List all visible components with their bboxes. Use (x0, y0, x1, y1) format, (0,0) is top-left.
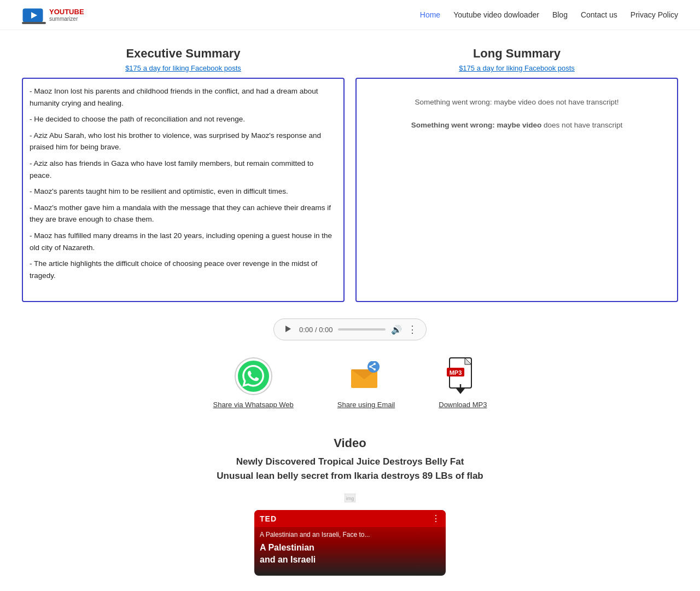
logo: YOUTUBE summarizer (22, 7, 84, 23)
email-share-label[interactable]: Share using Email (337, 401, 395, 409)
video-section-label: Video (22, 436, 678, 450)
svg-text:MP3: MP3 (450, 369, 462, 376)
long-summary-title: Long Summary (355, 47, 678, 61)
executive-summary-box[interactable]: - Maoz Inon lost his parents and childho… (22, 78, 345, 302)
video-section: Video Newly Discovered Tropical Juice De… (0, 436, 700, 576)
audio-more-icon[interactable]: ⋮ (407, 323, 417, 335)
email-icon (348, 361, 384, 391)
whatsapp-share-item[interactable]: Share via Whatsapp Web (213, 357, 294, 409)
nav-downloader[interactable]: Youtube video dowloader (453, 10, 539, 19)
nav-home[interactable]: Home (420, 10, 440, 19)
audio-progress-bar[interactable] (338, 328, 386, 331)
nav-contact[interactable]: Contact us (581, 10, 617, 19)
video-thumbnail-header: TED ⋮ (254, 510, 446, 527)
mp3-icon: MP3 (445, 357, 481, 395)
email-icon-wrap (347, 357, 386, 395)
nav-privacy[interactable]: Privacy Policy (631, 10, 678, 19)
executive-summary-ad[interactable]: $175 a day for liking Facebook posts (22, 64, 345, 72)
nav-blog[interactable]: Blog (552, 10, 568, 19)
executive-summary-title: Executive Summary (22, 47, 345, 61)
long-summary-error2-bold: Something went wrong: maybe video (411, 121, 542, 129)
video-thumbnail-subtitle: A Palestinian and an Israeli, Face to...… (254, 527, 375, 570)
video-thumbnail[interactable]: TED ⋮ A Palestinian and an Israeli, Face… (254, 510, 446, 576)
long-summary-error2-rest: does not have transcript (541, 121, 622, 129)
mp3-download-item[interactable]: MP3 Download MP3 (439, 357, 487, 409)
summaries-container: Executive Summary $175 a day for liking … (22, 47, 678, 302)
logo-sub: summarizer (49, 16, 84, 22)
video-small-image: img (22, 494, 678, 505)
svg-marker-17 (456, 389, 465, 394)
executive-summary-col: Executive Summary $175 a day for liking … (22, 47, 345, 302)
play-button[interactable] (283, 324, 294, 335)
long-summary-error2: Something went wrong: maybe video does n… (363, 119, 670, 131)
share-section: Share via Whatsapp Web (22, 357, 678, 409)
audio-area: 0:00 / 0:00 🔊 ⋮ (22, 318, 678, 340)
logo-brand: YOUTUBE (49, 8, 84, 16)
logo-icon (22, 7, 46, 23)
video-headline: Newly Discovered Tropical Juice Destroys… (22, 455, 678, 483)
svg-text:img: img (346, 496, 354, 501)
mp3-icon-wrap: MP3 (444, 357, 482, 395)
ted-logo: TED (260, 514, 277, 523)
long-summary-error1: Something went wrong: maybe video does n… (363, 96, 670, 108)
volume-icon[interactable]: 🔊 (391, 325, 402, 335)
main-content: Executive Summary $175 a day for liking … (0, 30, 700, 436)
main-nav: Home Youtube video dowloader Blog Contac… (420, 10, 678, 19)
whatsapp-icon-wrap (234, 357, 272, 395)
whatsapp-share-label[interactable]: Share via Whatsapp Web (213, 401, 294, 409)
logo-text-block: YOUTUBE summarizer (49, 8, 84, 22)
video-dots-icon[interactable]: ⋮ (431, 513, 440, 524)
audio-time: 0:00 / 0:00 (299, 326, 332, 334)
header: YOUTUBE summarizer Home Youtube video do… (0, 0, 700, 30)
svg-rect-2 (22, 22, 46, 24)
long-summary-box[interactable]: Something went wrong: maybe video does n… (355, 78, 678, 302)
email-share-item[interactable]: Share using Email (337, 357, 395, 409)
long-summary-ad[interactable]: $175 a day for liking Facebook posts (355, 64, 678, 72)
video-thumbnail-main-title: A Palestinianand an Israeli (260, 542, 370, 566)
svg-marker-3 (285, 326, 291, 332)
whatsapp-icon (236, 358, 271, 394)
long-summary-col: Long Summary $175 a day for liking Faceb… (355, 47, 678, 302)
mp3-download-label[interactable]: Download MP3 (439, 401, 487, 409)
audio-player[interactable]: 0:00 / 0:00 🔊 ⋮ (273, 318, 427, 340)
